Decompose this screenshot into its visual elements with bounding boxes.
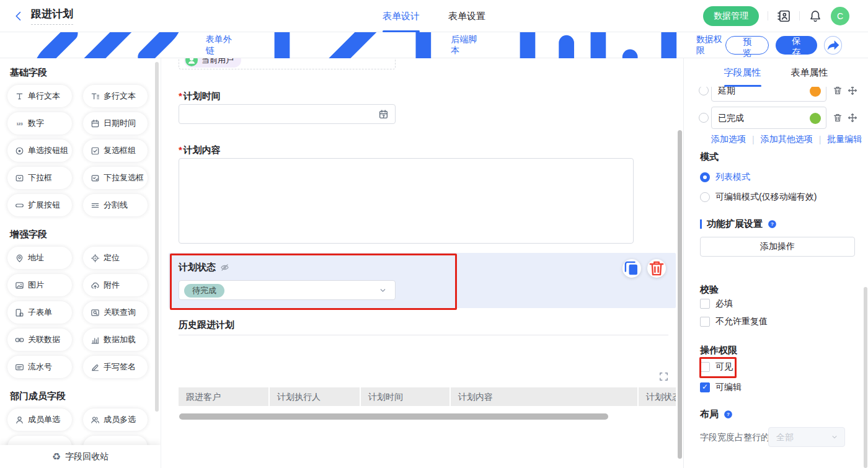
- field-type-button-member-single[interactable]: 成员单选: [7, 408, 72, 431]
- save-button[interactable]: 保存: [776, 36, 817, 55]
- checkbox-label: 不允许重复值: [715, 316, 768, 327]
- dataload-icon: [91, 335, 100, 345]
- field-type-button-lookup[interactable]: 关联查询: [83, 301, 148, 324]
- add-operation-button[interactable]: 添加操作: [700, 237, 855, 257]
- delete-field-button[interactable]: [647, 259, 666, 278]
- checkbox-icon: [700, 362, 710, 372]
- sidebar-section-title: 基础字段: [10, 67, 161, 79]
- properties-panel: 延期已完成 字段属性 表单属性 添加选项|添加其他选项|批量编辑 模式 列表模式…: [683, 58, 868, 468]
- canvas-vertical-scrollbar[interactable]: [678, 130, 682, 459]
- field-type-button-divider-line[interactable]: 分割线: [83, 194, 148, 216]
- checkbox-row[interactable]: 可编辑: [700, 382, 742, 393]
- eye-off-icon: [220, 263, 229, 272]
- trash-icon: [833, 86, 843, 95]
- plan-content-textarea[interactable]: [179, 158, 634, 244]
- plan-status-label: 计划状态: [179, 262, 229, 273]
- field-recycle-bin-button[interactable]: ♻ 字段回收站: [0, 445, 161, 468]
- table-horizontal-scrollbar[interactable]: [179, 413, 608, 420]
- header-tabs: 表单设计 表单设置: [383, 0, 485, 32]
- field-type-button-single-text[interactable]: 单行文本: [7, 85, 72, 107]
- sidebar-section-title: 部门成员字段: [10, 391, 161, 402]
- field-type-label: 数字: [28, 118, 44, 129]
- option-action-link[interactable]: 添加选项: [711, 134, 746, 145]
- mode-radio-row[interactable]: 可编辑模式(仅移动端有效): [700, 192, 817, 203]
- delete-option-icon[interactable]: [833, 86, 843, 95]
- field-type-button-attachment[interactable]: 附件: [83, 274, 148, 296]
- option-color-dot[interactable]: [810, 113, 821, 124]
- tab-form-design[interactable]: 表单设计: [383, 0, 420, 32]
- tab-form-settings[interactable]: 表单设置: [448, 0, 485, 32]
- field-type-label: 数据加载: [104, 334, 136, 345]
- field-type-label: 关联数据: [28, 334, 60, 345]
- field-type-grid: 地址定位图片附件子表单关联查询关联数据数据加载流水号手写签名: [0, 247, 161, 378]
- option-color-dot[interactable]: [810, 86, 821, 97]
- multi-text-icon: [91, 92, 100, 101]
- trash-icon: [647, 259, 666, 278]
- preview-button[interactable]: 预览: [725, 36, 768, 55]
- plan-time-input[interactable]: [179, 104, 396, 124]
- field-type-button-image[interactable]: 图片: [7, 274, 72, 296]
- field-type-button-checkbox-group[interactable]: 复选框组: [83, 139, 148, 162]
- move-option-icon[interactable]: [848, 86, 857, 95]
- avatar[interactable]: C: [831, 7, 849, 25]
- bell-icon[interactable]: [808, 9, 822, 23]
- field-type-button-member-multi[interactable]: 成员多选: [83, 408, 148, 431]
- tab-form-properties[interactable]: 表单属性: [791, 58, 828, 87]
- delete-option-icon[interactable]: [833, 113, 843, 123]
- option-action-link[interactable]: 添加其他选项: [761, 134, 813, 145]
- field-type-button-multiselect[interactable]: 下拉复选框: [83, 167, 148, 189]
- checkbox-row[interactable]: 不允许重复值: [700, 316, 768, 327]
- share-icon[interactable]: [824, 36, 842, 55]
- contact-book-icon[interactable]: [777, 9, 790, 23]
- field-type-button-radio-group[interactable]: 单选按钮组: [7, 139, 72, 162]
- field-type-button-datetime[interactable]: 日期时间: [83, 112, 148, 135]
- back-icon[interactable]: [12, 10, 25, 22]
- field-type-button-linkdata[interactable]: 关联数据: [7, 329, 72, 351]
- current-user-field[interactable]: 当前用户: [179, 58, 396, 69]
- field-type-button-address[interactable]: 地址: [7, 247, 72, 269]
- field-type-label: 单选按钮组: [28, 145, 68, 156]
- tab-field-properties[interactable]: 字段属性: [724, 58, 761, 87]
- field-type-button-signature[interactable]: 手写签名: [83, 356, 148, 378]
- copy-field-button[interactable]: [622, 259, 641, 278]
- move-icon: [848, 113, 857, 123]
- option-radio[interactable]: [699, 86, 709, 95]
- image-icon: [15, 281, 24, 290]
- expand-icon[interactable]: [658, 371, 669, 382]
- field-type-button-dataload[interactable]: 数据加载: [83, 329, 148, 351]
- plan-status-select[interactable]: 待完成: [179, 280, 396, 300]
- sidebar-scrollbar[interactable]: [155, 62, 159, 412]
- field-type-button-select[interactable]: 下拉框: [7, 167, 72, 189]
- option-radio[interactable]: [699, 113, 709, 123]
- checkbox-row[interactable]: 必填: [700, 298, 733, 309]
- panel-scrollbar[interactable]: [864, 287, 867, 468]
- panel-tabs: 字段属性 表单属性: [684, 58, 868, 87]
- question-icon[interactable]: ?: [768, 219, 777, 229]
- plan-status-field-selected[interactable]: 计划状态 待完成: [169, 253, 676, 308]
- toolbar-link-label: 数据权限: [696, 34, 726, 56]
- field-type-button-multi-text[interactable]: 多行文本: [83, 85, 148, 107]
- page-title[interactable]: 跟进计划: [31, 7, 73, 25]
- field-type-button-ext-button[interactable]: 扩展按钮: [7, 194, 72, 216]
- field-type-button-serial[interactable]: 流水号: [7, 356, 72, 378]
- field-type-button-subform[interactable]: 子表单: [7, 301, 72, 324]
- question-icon[interactable]: ?: [724, 410, 733, 419]
- data-manage-button[interactable]: 数据管理: [703, 6, 759, 26]
- mode-radio-row[interactable]: 列表模式: [700, 172, 750, 183]
- layout-section-title: 布局: [700, 408, 719, 420]
- field-type-button-number[interactable]: 123数字: [7, 112, 72, 135]
- checkbox-row[interactable]: 可见: [700, 361, 733, 373]
- extension-section-header: 功能扩展设置 ?: [700, 218, 777, 230]
- field-type-button-location[interactable]: 定位: [83, 247, 148, 269]
- field-type-label: 成员多选: [104, 414, 136, 425]
- top-header: 跟进计划 表单设计 表单设置 数据管理 C: [0, 0, 868, 32]
- option-input[interactable]: 已完成: [711, 107, 826, 129]
- form-design-canvas: 当前用户 计划时间 计划内容 计划状态 待完成: [161, 58, 683, 468]
- field-width-select[interactable]: 全部: [768, 427, 845, 447]
- linkdata-icon: [15, 335, 24, 345]
- divider-line-icon: [91, 201, 100, 210]
- field-type-label: 子表单: [28, 307, 52, 318]
- option-action-link[interactable]: 批量编辑: [827, 134, 862, 145]
- recycle-bin-label: 字段回收站: [65, 451, 108, 462]
- move-option-icon[interactable]: [848, 113, 857, 123]
